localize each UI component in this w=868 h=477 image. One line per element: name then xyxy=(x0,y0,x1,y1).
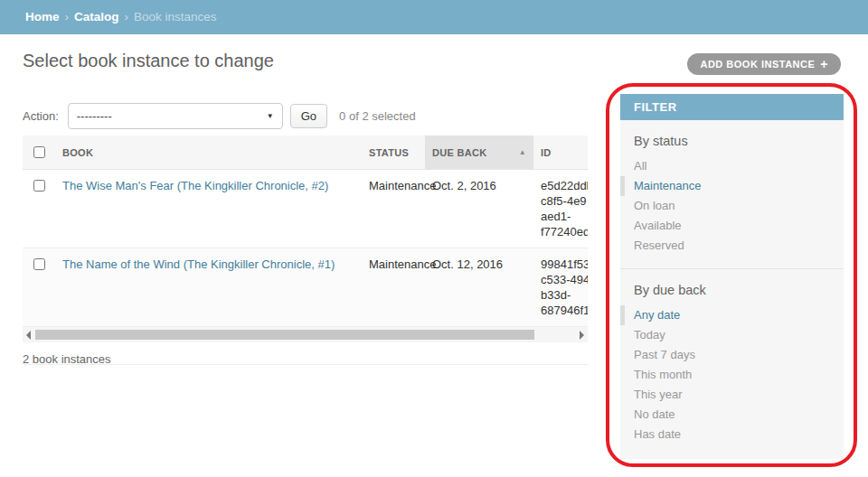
status-cell: Maintenance xyxy=(362,170,425,248)
filter-option-link[interactable]: Maintenance xyxy=(620,176,844,196)
id-cell: 99841f53 c533-494 b33d- 687946f1 xyxy=(533,248,588,327)
filter-option-has-date: Has date xyxy=(620,425,844,444)
filter-option-link[interactable]: Has date xyxy=(620,425,844,444)
breadcrumb-current: Book instances xyxy=(134,10,217,23)
go-button[interactable]: Go xyxy=(290,104,327,128)
filter-option-this-year: This year xyxy=(620,385,844,405)
horizontal-scrollbar[interactable] xyxy=(23,327,588,342)
filter-option-available: Available xyxy=(620,216,844,236)
due-back-header-label: DUE BACK xyxy=(432,147,486,158)
due-back-cell: Oct. 2, 2016 xyxy=(425,170,533,248)
table-row: The Wise Man's Fear (The Kingkiller Chro… xyxy=(23,170,588,248)
scroll-left-icon[interactable] xyxy=(26,331,31,340)
column-header-id[interactable]: ID xyxy=(533,136,588,170)
row-select-cell xyxy=(23,248,55,327)
id-line: f77240ed xyxy=(541,224,588,239)
id-line: e5d22ddb xyxy=(541,178,588,193)
breadcrumb: Home›Catalog›Book instances xyxy=(0,0,868,34)
action-select[interactable]: --------- ▼ xyxy=(68,103,283,129)
row-checkbox[interactable] xyxy=(33,258,45,270)
book-link[interactable]: The Name of the Wind (The Kingkiller Chr… xyxy=(62,257,335,271)
page-title: Select book instance to change xyxy=(23,51,274,71)
filter-section-heading-due-back: By due back xyxy=(634,283,830,297)
id-line: 99841f53 xyxy=(541,257,588,272)
selection-status: 0 of 2 selected xyxy=(339,109,416,123)
filter-option-all: All xyxy=(620,156,844,176)
add-button-label: ADD BOOK INSTANCE xyxy=(700,53,815,75)
breadcrumb-home-link[interactable]: Home xyxy=(25,10,60,23)
filter-option-link[interactable]: No date xyxy=(620,405,844,425)
book-cell: The Wise Man's Fear (The Kingkiller Chro… xyxy=(55,170,362,248)
filter-option-today: Today xyxy=(620,325,844,345)
filter-status-list: All Maintenance On loan Available Reserv… xyxy=(620,156,844,256)
breadcrumb-separator: › xyxy=(65,10,70,23)
chevron-down-icon: ▼ xyxy=(267,112,274,120)
row-checkbox[interactable] xyxy=(33,180,45,192)
filter-option-reserved: Reserved xyxy=(620,236,844,256)
book-cell: The Name of the Wind (The Kingkiller Chr… xyxy=(55,248,362,327)
filter-option-link[interactable]: All xyxy=(620,156,844,176)
id-line: c533-494 xyxy=(541,272,588,287)
id-cell: e5d22ddb c8f5-4e9 aed1- f77240ed xyxy=(533,170,588,248)
id-line: c8f5-4e9 xyxy=(541,193,588,209)
column-header-status[interactable]: STATUS xyxy=(362,136,425,170)
filter-option-any-date: Any date xyxy=(620,305,844,325)
status-cell: Maintenance xyxy=(362,248,425,327)
row-select-cell xyxy=(23,170,55,248)
select-all-checkbox[interactable] xyxy=(33,146,45,158)
filter-option-link[interactable]: This year xyxy=(620,385,844,405)
divider xyxy=(23,364,588,365)
due-back-cell: Oct. 12, 2016 xyxy=(425,248,533,327)
filter-option-link[interactable]: This month xyxy=(620,365,844,385)
filter-option-link[interactable]: Available xyxy=(620,216,844,236)
filter-option-no-date: No date xyxy=(620,405,844,425)
action-select-value: --------- xyxy=(77,109,112,123)
filter-option-this-month: This month xyxy=(620,365,844,385)
filter-due-back-list: Any date Today Past 7 days This month Th… xyxy=(620,305,844,444)
plus-icon: + xyxy=(820,53,828,75)
filter-option-maintenance: Maintenance xyxy=(620,176,844,196)
id-line: b33d- xyxy=(541,287,588,303)
filter-panel: FILTER By status All Maintenance On loan… xyxy=(620,94,844,459)
filter-title: FILTER xyxy=(620,94,844,120)
column-header-due-back[interactable]: DUE BACK ▲ xyxy=(425,136,533,170)
sort-ascending-icon[interactable]: ▲ xyxy=(519,148,526,156)
changelist-table: BOOK STATUS DUE BACK ▲ ID The Wise Man's… xyxy=(23,136,588,327)
id-line: aed1- xyxy=(541,209,588,224)
breadcrumb-catalog-link[interactable]: Catalog xyxy=(74,10,119,23)
results-list: BOOK STATUS DUE BACK ▲ ID The Wise Man's… xyxy=(23,136,588,342)
filter-option-link[interactable]: Today xyxy=(620,325,844,345)
table-row: The Name of the Wind (The Kingkiller Chr… xyxy=(23,248,588,327)
table-header-row: BOOK STATUS DUE BACK ▲ ID xyxy=(23,136,588,170)
filter-option-link[interactable]: On loan xyxy=(620,196,844,216)
actions-bar: Action: --------- ▼ Go 0 of 2 selected xyxy=(23,102,416,129)
filter-option-link[interactable]: Past 7 days xyxy=(620,345,844,365)
filter-option-link[interactable]: Reserved xyxy=(620,236,844,256)
scrollbar-thumb[interactable] xyxy=(35,330,534,340)
action-label: Action: xyxy=(23,109,59,123)
id-line: 687946f1 xyxy=(541,303,588,318)
filter-option-past-7-days: Past 7 days xyxy=(620,345,844,365)
filter-section-heading-status: By status xyxy=(634,134,830,148)
select-all-header[interactable] xyxy=(23,136,55,170)
column-header-book[interactable]: BOOK xyxy=(55,136,362,170)
filter-option-link[interactable]: Any date xyxy=(620,305,844,325)
filter-option-on-loan: On loan xyxy=(620,196,844,216)
filter-section-divider xyxy=(620,268,844,269)
add-book-instance-button[interactable]: ADD BOOK INSTANCE + xyxy=(687,53,841,75)
book-link[interactable]: The Wise Man's Fear (The Kingkiller Chro… xyxy=(62,179,328,192)
breadcrumb-separator: › xyxy=(125,10,129,23)
scroll-right-icon[interactable] xyxy=(580,331,584,340)
